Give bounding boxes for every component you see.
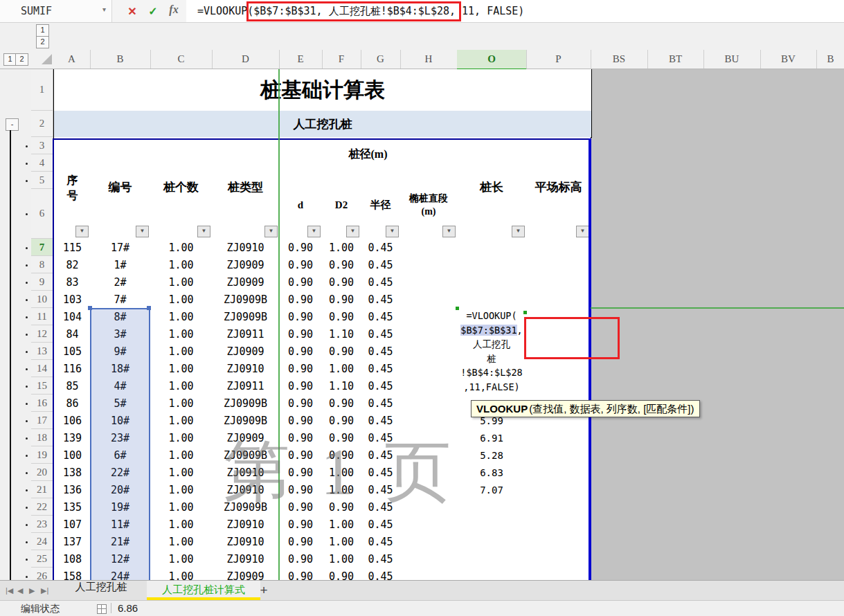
cell-r22c8[interactable]	[457, 498, 527, 516]
cell-r15c4[interactable]: 0.90	[279, 377, 323, 395]
header-cell[interactable]: 编号	[90, 137, 151, 239]
cell-r26c0[interactable]: 158	[53, 568, 91, 580]
cell-r25c5[interactable]: 1.00	[322, 550, 361, 568]
cell-r14c6[interactable]: 0.45	[361, 360, 401, 378]
cell-r22c2[interactable]: 1.00	[150, 498, 213, 516]
cell-r13c4[interactable]: 0.90	[279, 343, 323, 361]
cell-r10c0[interactable]: 103	[53, 291, 91, 309]
cell-r10c6[interactable]: 0.45	[361, 291, 401, 309]
cell-r14c9[interactable]	[526, 360, 591, 378]
column-outline-level-1[interactable]: 1	[36, 24, 49, 37]
cell-r14c4[interactable]: 0.90	[279, 360, 323, 378]
cell-r25c4[interactable]: 0.90	[279, 550, 323, 568]
cell-r16c2[interactable]: 1.00	[150, 395, 213, 413]
cell-r11c3[interactable]: ZJ0909B	[212, 308, 280, 326]
row-header-12[interactable]: 12	[31, 325, 53, 343]
cell-r12c2[interactable]: 1.00	[150, 325, 213, 343]
filter-dropdown-icon[interactable]: ▼	[197, 226, 210, 237]
row-header-25[interactable]: 25	[31, 550, 53, 568]
column-header-H[interactable]: H	[400, 50, 458, 69]
tab-nav-button-0[interactable]: |◀	[6, 586, 13, 595]
cell-r16c0[interactable]: 86	[53, 395, 91, 413]
cell-r9c4[interactable]: 0.90	[279, 273, 323, 291]
cell-r7c7[interactable]	[400, 239, 458, 257]
cell-r16c3[interactable]: ZJ0909B	[212, 395, 280, 413]
cell-r12c5[interactable]: 1.10	[322, 325, 361, 343]
row-outline-level-2[interactable]: 2	[15, 53, 28, 66]
row-header-23[interactable]: 23	[31, 516, 53, 533]
cell-r23c3[interactable]: ZJ0910	[212, 516, 280, 534]
cell-r10c2[interactable]: 1.00	[150, 291, 213, 309]
cell-r8c6[interactable]: 0.45	[361, 256, 401, 274]
cell-r18c9[interactable]	[526, 429, 591, 447]
cell-r8c2[interactable]: 1.00	[150, 256, 213, 274]
header-cell[interactable]: 平场标高	[526, 137, 591, 239]
column-header-D[interactable]: D	[212, 50, 280, 69]
cell-r25c7[interactable]	[400, 550, 458, 568]
cell-r23c7[interactable]	[400, 516, 458, 534]
cell-r19c8[interactable]: 5.28	[457, 446, 527, 464]
cell-r24c0[interactable]: 137	[53, 533, 91, 551]
cell-r24c9[interactable]	[526, 533, 591, 551]
header-cell[interactable]: 桩类型	[212, 137, 280, 239]
cell-r24c7[interactable]	[400, 533, 458, 551]
cell-r10c7[interactable]	[400, 291, 458, 309]
filter-dropdown-icon[interactable]: ▼	[75, 226, 89, 237]
cell-r15c9[interactable]	[526, 377, 591, 395]
cell-r12c4[interactable]: 0.90	[279, 325, 323, 343]
cell-r15c7[interactable]	[400, 377, 458, 395]
cell-r19c0[interactable]: 100	[53, 446, 91, 464]
cell-r23c8[interactable]	[457, 516, 527, 534]
cell-r7c4[interactable]: 0.90	[279, 239, 323, 257]
cell-r23c0[interactable]: 107	[53, 516, 91, 534]
cell-r9c1[interactable]: 2#	[90, 273, 151, 291]
column-header-B[interactable]: B	[90, 50, 151, 69]
table-subtitle-cell[interactable]: 人工挖孔桩	[53, 111, 592, 138]
row-header-16[interactable]: 16	[31, 395, 53, 412]
cell-r25c8[interactable]	[457, 550, 527, 568]
cell-r20c9[interactable]	[526, 464, 591, 482]
cell-r8c8[interactable]	[457, 256, 527, 274]
cell-r21c8[interactable]: 7.07	[457, 481, 527, 499]
row-header-10[interactable]: 10	[31, 291, 53, 308]
cell-r8c9[interactable]	[526, 256, 591, 274]
column-header-O[interactable]: O	[457, 50, 527, 70]
cell-r23c2[interactable]: 1.00	[150, 516, 213, 534]
sheet-tab-0[interactable]: 人工挖孔桩	[61, 581, 141, 600]
row-header-11[interactable]: 11	[31, 308, 53, 325]
row-header-17[interactable]: 17	[31, 412, 53, 429]
column-header-A[interactable]: A	[53, 50, 91, 69]
row-header-19[interactable]: 19	[31, 446, 53, 464]
range-handle-top-right[interactable]	[147, 306, 151, 310]
cell-r16c5[interactable]: 0.90	[322, 395, 361, 413]
cell-r26c5[interactable]: 0.90	[322, 568, 361, 580]
cell-r13c3[interactable]: ZJ0909	[212, 343, 280, 361]
cell-r26c4[interactable]: 0.90	[279, 568, 323, 580]
cell-r16c4[interactable]: 0.90	[279, 395, 323, 413]
cell-r15c2[interactable]: 1.00	[150, 377, 213, 395]
cancel-icon[interactable]: ✕	[123, 3, 141, 20]
cell-r13c7[interactable]	[400, 343, 458, 361]
tab-nav-button-2[interactable]: ▶	[29, 586, 35, 595]
cell-r7c8[interactable]	[457, 239, 527, 257]
cell-r10c5[interactable]: 0.90	[322, 291, 361, 309]
cell-r20c8[interactable]: 6.83	[457, 464, 527, 482]
column-header-BV[interactable]: BV	[760, 50, 817, 69]
outline-collapse-button[interactable]: -	[6, 118, 19, 131]
cell-r7c6[interactable]: 0.45	[361, 239, 401, 257]
cell-r9c8[interactable]	[457, 273, 527, 291]
row-header-9[interactable]: 9	[31, 273, 53, 291]
column-header-E[interactable]: E	[279, 50, 323, 69]
cell-r9c7[interactable]	[400, 273, 458, 291]
cell-r10c4[interactable]: 0.90	[279, 291, 323, 309]
cell-r24c3[interactable]: ZJ0910	[212, 533, 280, 551]
cell-r26c9[interactable]	[526, 568, 591, 580]
cell-r11c4[interactable]: 0.90	[279, 308, 323, 326]
cell-r7c3[interactable]: ZJ0910	[212, 239, 280, 257]
cell-r12c0[interactable]: 84	[53, 325, 91, 343]
column-header-B[interactable]: B	[816, 50, 844, 69]
cell-r18c8[interactable]: 6.91	[457, 429, 527, 447]
header-cell[interactable]: 桩个数	[150, 137, 213, 239]
cell-r23c5[interactable]: 1.00	[322, 516, 361, 534]
cell-r7c0[interactable]: 115	[53, 239, 91, 257]
